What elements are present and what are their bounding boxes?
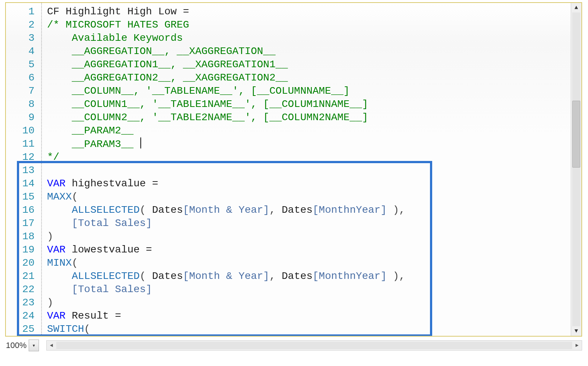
code-line[interactable]: __COLUMN1__, '__TABLE1NAME__', [__COLUM1…: [47, 98, 571, 111]
code-line[interactable]: __AGGREGATION__, __XAGGREGATION__: [47, 45, 571, 58]
line-number: 1: [6, 5, 41, 18]
editor-status-bar: 100% ▾ ◄ ►: [5, 338, 582, 353]
line-number: 12: [6, 151, 41, 164]
code-token: ,: [269, 204, 282, 216]
code-line[interactable]: VAR Result =: [47, 309, 571, 323]
code-token: VAR: [47, 178, 65, 189]
line-number: 17: [6, 217, 41, 230]
vertical-scrollbar[interactable]: ▲ ▼: [571, 3, 581, 336]
code-token: __PARAM2__: [47, 125, 133, 136]
line-number: 2: [6, 18, 41, 32]
code-line[interactable]: __AGGREGATION2__, __XAGGREGATION2__: [47, 71, 571, 85]
zoom-control: 100% ▾: [5, 339, 39, 352]
line-number-gutter: 1234567891011121314151617181920212223242…: [6, 3, 41, 336]
line-number: 22: [6, 283, 41, 296]
code-line[interactable]: [47, 164, 571, 177]
code-token: [47, 284, 72, 295]
code-token: Dates: [282, 204, 313, 216]
line-number: 4: [6, 45, 41, 58]
horizontal-scroll-track[interactable]: [56, 342, 572, 349]
code-token: Dates: [152, 204, 183, 216]
line-number: 14: [6, 177, 41, 190]
line-number: 24: [6, 309, 41, 323]
code-token: __AGGREGATION1__, __XAGGREGATION1__: [47, 59, 288, 70]
code-line[interactable]: __COLUMN2__, '__TABLE2NAME__', [__COLUMN…: [47, 111, 571, 124]
code-line[interactable]: __PARAM3__: [47, 137, 571, 151]
code-line[interactable]: ALLSELECTED( Dates[Month & Year], Dates[…: [47, 270, 571, 283]
line-number: 6: [6, 71, 41, 85]
code-token: [Total Sales]: [72, 218, 152, 229]
code-line[interactable]: /* MICROSOFT HATES GREG: [47, 18, 571, 32]
code-line[interactable]: ALLSELECTED( Dates[Month & Year], Dates[…: [47, 204, 571, 217]
code-line[interactable]: MAXX(: [47, 190, 571, 204]
vertical-scroll-track[interactable]: [572, 12, 580, 326]
code-token: CF Highlight High Low =: [47, 6, 195, 17]
line-number: 5: [6, 58, 41, 71]
line-number: 25: [6, 323, 41, 336]
line-number: 8: [6, 98, 41, 111]
code-token: __COLUMN__, '__TABLENAME__', [__COLUMNNA…: [47, 85, 349, 97]
line-number: 23: [6, 296, 41, 309]
code-line[interactable]: ): [47, 230, 571, 243]
line-number: 10: [6, 124, 41, 137]
line-number: 21: [6, 270, 41, 283]
code-token: [Month & Year]: [183, 270, 269, 282]
zoom-level-label: 100%: [5, 341, 29, 350]
code-line[interactable]: VAR highestvalue =: [47, 177, 571, 190]
line-number: 19: [6, 243, 41, 256]
code-token: VAR: [47, 244, 65, 255]
code-token: ),: [387, 204, 405, 216]
code-token: Dates: [282, 270, 313, 282]
code-line[interactable]: __AGGREGATION1__, __XAGGREGATION1__: [47, 58, 571, 71]
code-area[interactable]: CF Highlight High Low = /* MICROSOFT HAT…: [47, 3, 571, 336]
code-line[interactable]: ): [47, 296, 571, 309]
line-number: 9: [6, 111, 41, 124]
code-token: /* MICROSOFT HATES GREG: [47, 19, 189, 30]
line-number: 15: [6, 190, 41, 204]
code-editor: 1234567891011121314151617181920212223242…: [5, 2, 582, 337]
code-token: [Month & Year]: [183, 204, 269, 216]
scroll-right-arrow-icon[interactable]: ►: [572, 341, 582, 350]
code-token: ): [47, 297, 53, 308]
code-token: */: [47, 151, 60, 163]
code-line[interactable]: Available Keywords: [47, 32, 571, 45]
code-line[interactable]: __COLUMN__, '__TABLENAME__', [__COLUMNNA…: [47, 85, 571, 98]
text-cursor: [140, 137, 141, 148]
code-token: Available Keywords: [47, 32, 183, 44]
code-token: highestvalue =: [65, 178, 164, 189]
horizontal-scrollbar[interactable]: ◄ ►: [46, 340, 582, 351]
code-token: [47, 204, 72, 216]
code-token: Dates: [152, 270, 183, 282]
code-line[interactable]: VAR lowestvalue =: [47, 243, 571, 256]
scroll-down-arrow-icon[interactable]: ▼: [571, 326, 581, 336]
code-line[interactable]: SWITCH(: [47, 323, 571, 336]
scroll-left-arrow-icon[interactable]: ◄: [47, 341, 56, 350]
code-token: lowestvalue =: [65, 244, 158, 255]
code-line[interactable]: CF Highlight High Low =: [47, 5, 571, 18]
code-line[interactable]: [Total Sales]: [47, 283, 571, 296]
scroll-up-arrow-icon[interactable]: ▲: [571, 3, 581, 12]
code-token: (: [84, 323, 90, 335]
code-token: [47, 218, 72, 229]
zoom-dropdown-button[interactable]: ▾: [29, 340, 39, 351]
code-line[interactable]: [Total Sales]: [47, 217, 571, 230]
line-number: 16: [6, 204, 41, 217]
line-number: 13: [6, 164, 41, 177]
code-line[interactable]: __PARAM2__: [47, 124, 571, 137]
line-number: 7: [6, 85, 41, 98]
code-token: ): [47, 231, 53, 242]
code-token: [MonthnYear]: [313, 270, 387, 282]
line-number: 18: [6, 230, 41, 243]
code-editor-viewport[interactable]: 1234567891011121314151617181920212223242…: [6, 3, 571, 336]
code-token: [MonthnYear]: [313, 204, 387, 216]
code-line[interactable]: */: [47, 151, 571, 164]
code-line[interactable]: MINX(: [47, 256, 571, 270]
code-token: (: [72, 191, 78, 202]
vertical-scroll-thumb[interactable]: [572, 101, 580, 168]
code-token: VAR: [47, 310, 65, 322]
code-token: [47, 270, 72, 282]
code-token: (: [140, 270, 152, 282]
code-token: ),: [387, 270, 405, 282]
line-number: 3: [6, 32, 41, 45]
code-token: MAXX: [47, 191, 72, 202]
